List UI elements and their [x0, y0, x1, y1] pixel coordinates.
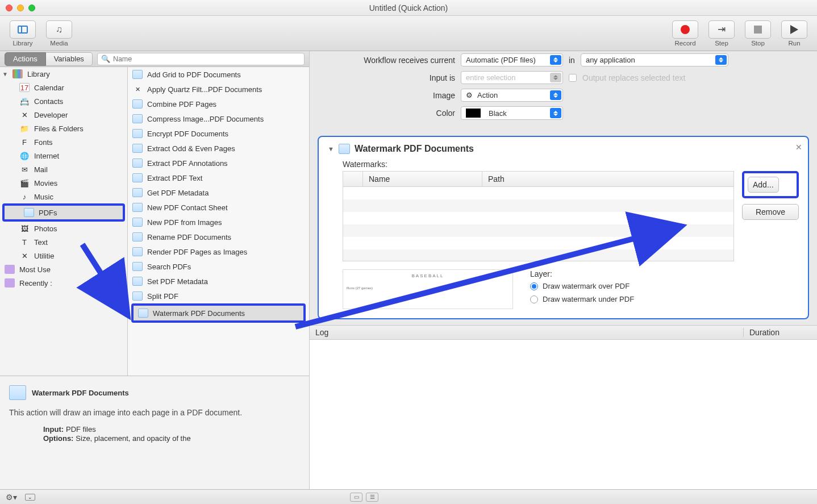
image-select[interactable]: ⚙Action	[461, 89, 563, 102]
expand-icon[interactable]: ⌄	[25, 494, 35, 501]
view-mode-workflow-icon[interactable]: ▭	[350, 493, 362, 502]
input-is-select: entire selection	[461, 71, 563, 84]
category-icon: ✉	[19, 165, 30, 174]
category-icon: 17	[19, 83, 30, 92]
remove-button[interactable]: Remove	[742, 204, 799, 220]
sidebar-item-internet[interactable]: 🌐Internet	[0, 149, 127, 163]
action-item[interactable]: Get PDF Metadata	[128, 185, 309, 200]
action-item[interactable]: Extract Odd & Even Pages	[128, 141, 309, 156]
tab-actions[interactable]: Actions	[5, 52, 46, 66]
action-item[interactable]: Set PDF Metadata	[128, 274, 309, 289]
annotation-highlight-box: Add...	[742, 171, 799, 198]
pdf-action-icon	[132, 159, 143, 168]
sidebar-item-files-folders[interactable]: 📁Files & Folders	[0, 122, 127, 135]
action-item[interactable]: Search PDFs	[128, 259, 309, 274]
disclosure-triangle-icon[interactable]: ▼	[328, 145, 334, 152]
sidebar-item-mail[interactable]: ✉Mail	[0, 163, 127, 176]
action-item[interactable]: Compress Image...PDF Documents	[128, 111, 309, 126]
annotation-highlight-box: PDFs	[2, 203, 125, 222]
image-label: Image	[319, 91, 455, 100]
layer-over-radio[interactable]: Draw watermark over PDF	[530, 282, 634, 290]
pdf-action-icon	[132, 232, 143, 241]
action-item[interactable]: Add Grid to PDF Documents	[128, 67, 309, 82]
sidebar-item-photos[interactable]: 🖼Photos	[0, 222, 127, 235]
application-select[interactable]: any application	[581, 53, 728, 66]
run-toolbar-button[interactable]: Run	[778, 20, 810, 47]
action-item[interactable]: Extract PDF Annotations	[128, 156, 309, 170]
stop-toolbar-button[interactable]: Stop	[742, 20, 774, 47]
run-icon	[790, 25, 798, 34]
action-item[interactable]: Split PDF	[128, 289, 309, 303]
search-input[interactable]	[113, 55, 301, 63]
library-root[interactable]: ▼ Library	[0, 67, 127, 81]
media-toolbar-button[interactable]: ♫ Media	[43, 20, 75, 47]
action-item[interactable]: New PDF Contact Sheet	[128, 200, 309, 215]
tab-variables[interactable]: Variables	[46, 52, 93, 66]
log-header: Log Duration	[310, 325, 817, 340]
step-icon: ⇥	[718, 23, 726, 35]
step-toolbar-button[interactable]: ⇥ Step	[706, 20, 737, 47]
workflow-receives-label: Workflow receives current	[319, 56, 455, 65]
disclosure-triangle-icon[interactable]: ▼	[2, 71, 8, 77]
category-icon: ✕	[19, 110, 30, 119]
action-item[interactable]: New PDF from Images	[128, 215, 309, 230]
titlebar: Untitled (Quick Action)	[0, 0, 817, 16]
pdf-action-icon	[132, 203, 143, 212]
record-toolbar-button[interactable]: Record	[669, 20, 701, 47]
record-icon	[681, 25, 690, 34]
pdf-action-icon	[138, 309, 148, 318]
sidebar-item-music[interactable]: ♪Music	[0, 190, 127, 203]
close-icon[interactable]: ✕	[795, 143, 802, 152]
workflow-config: Workflow receives current Automatic (PDF…	[310, 51, 817, 130]
sidebar-item-contacts[interactable]: 📇Contacts	[0, 94, 127, 108]
gear-icon[interactable]: ⚙▾	[6, 493, 17, 502]
table-header-path: Path	[482, 172, 733, 186]
log-body	[310, 340, 817, 489]
action-item[interactable]: Encrypt PDF Documents	[128, 126, 309, 141]
category-icon: F	[19, 138, 30, 147]
layer-label: Layer:	[530, 269, 634, 278]
watermark-preview: BASEBALL Runs (27 games)	[343, 269, 513, 309]
pdf-action-icon	[132, 291, 143, 301]
gear-icon: ⚙	[466, 91, 473, 99]
sidebar-item-utilitie[interactable]: ✕Utilitie	[0, 249, 127, 263]
chevron-updown-icon	[715, 55, 727, 65]
workflow-receives-select[interactable]: Automatic (PDF files)	[461, 53, 563, 66]
pdf-action-icon	[132, 114, 143, 123]
action-item[interactable]: ✕Apply Quartz Filt...PDF Documents	[128, 82, 309, 97]
watermarks-table[interactable]: Name Path	[343, 171, 734, 261]
folder-icon	[5, 278, 15, 288]
color-label: Color	[319, 109, 455, 118]
library-tabs: Actions Variables	[5, 52, 93, 66]
pdf-action-icon	[132, 99, 143, 109]
output-replaces-checkbox	[569, 74, 577, 82]
library-toolbar-button[interactable]: Library	[7, 20, 39, 47]
action-item[interactable]: Rename PDF Documents	[128, 230, 309, 244]
sidebar-item-text[interactable]: TText	[0, 235, 127, 249]
sidebar-item-most-used[interactable]: Most Use	[0, 263, 127, 276]
sidebar-item-calendar[interactable]: 17Calendar	[0, 81, 127, 94]
action-item[interactable]: Render PDF Pages as Images	[128, 244, 309, 259]
library-sidebar: ▼ Library 17Calendar📇Contacts✕Developer📁…	[0, 67, 128, 376]
action-item[interactable]: Combine PDF Pages	[128, 97, 309, 111]
color-select[interactable]: Black	[461, 106, 563, 120]
description-options: Options: Size, placement, and opacity of…	[9, 434, 300, 443]
view-mode-list-icon[interactable]: ☰	[366, 493, 378, 502]
action-item[interactable]: Watermark PDF Documents	[134, 306, 303, 320]
action-item[interactable]: Extract PDF Text	[128, 170, 309, 185]
category-icon: 🌐	[19, 151, 30, 160]
sidebar-item-developer[interactable]: ✕Developer	[0, 108, 127, 122]
sidebar-item-pdfs[interactable]: PDFs	[5, 206, 123, 219]
table-body[interactable]	[343, 187, 733, 261]
layer-under-radio[interactable]: Draw watermark under PDF	[530, 295, 634, 303]
search-field[interactable]: 🔍	[97, 53, 305, 65]
sidebar-item-movies[interactable]: 🎬Movies	[0, 176, 127, 190]
toolbar: Library ♫ Media Record ⇥ Step Stop Run	[0, 16, 817, 51]
pdf-action-icon	[132, 70, 143, 79]
sidebar-item-fonts[interactable]: FFonts	[0, 135, 127, 149]
category-icon: 🖼	[19, 224, 30, 233]
library-icon	[12, 69, 23, 78]
add-button[interactable]: Add...	[748, 177, 779, 193]
chevron-updown-icon	[550, 90, 561, 100]
sidebar-item-recent[interactable]: Recently :	[0, 276, 127, 290]
